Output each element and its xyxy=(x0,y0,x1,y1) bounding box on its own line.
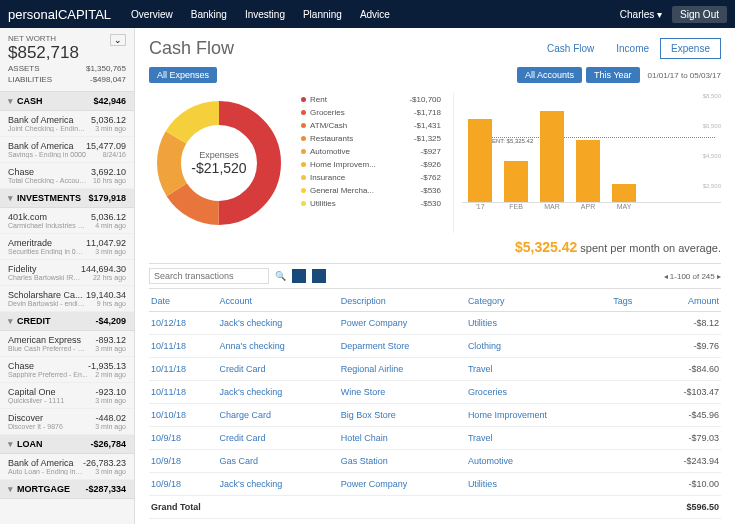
main-nav: Overview Banking Investing Planning Advi… xyxy=(131,9,390,20)
networth-amount: $852,718 xyxy=(8,43,126,63)
view-tabs: Cash Flow Income Expense xyxy=(536,38,721,59)
account-row[interactable]: ChaseTotal Checking - Account...3,692.10… xyxy=(0,163,134,189)
legend-item[interactable]: Rent-$10,700 xyxy=(301,93,441,106)
liabilities-label: LIABILITIES xyxy=(8,75,52,84)
section-credit[interactable]: ▾CREDIT-$4,209 xyxy=(0,312,134,331)
networth-label: NET WORTH xyxy=(8,34,126,43)
nav-investing[interactable]: Investing xyxy=(245,9,285,20)
section-mortgage[interactable]: ▾MORTGAGE-$287,334 xyxy=(0,480,134,499)
main-content: Cash Flow Cash Flow Income Expense All E… xyxy=(135,28,735,524)
table-row[interactable]: 10/9/18Jack's checkingPower CompanyUtili… xyxy=(149,473,721,496)
col-amount[interactable]: Amount xyxy=(652,291,721,312)
nav-advice[interactable]: Advice xyxy=(360,9,390,20)
section-loan[interactable]: ▾LOAN-$26,784 xyxy=(0,435,134,454)
legend-item[interactable]: Groceries-$1,718 xyxy=(301,106,441,119)
nav-banking[interactable]: Banking xyxy=(191,9,227,20)
total-row: Grand Total$596.50 xyxy=(149,496,721,519)
signout-button[interactable]: Sign Out xyxy=(672,6,727,23)
table-row[interactable]: 10/11/18Anna's checkingDeparment StoreCl… xyxy=(149,335,721,358)
this-year-button[interactable]: This Year xyxy=(586,67,640,83)
legend-item[interactable]: Home Improvem...-$926 xyxy=(301,158,441,171)
donut-amount: -$21,520 xyxy=(191,160,246,176)
transactions-table: Date Account Description Category Tags A… xyxy=(149,291,721,519)
account-row[interactable]: FidelityCharles Bartowski IRA - 12...144… xyxy=(0,260,134,286)
account-row[interactable]: American ExpressBlue Cash Preferred - En… xyxy=(0,331,134,357)
legend-item[interactable]: Insurance-$762 xyxy=(301,171,441,184)
search-icon[interactable]: 🔍 xyxy=(275,271,286,281)
donut-label: Expenses xyxy=(191,150,246,160)
pager: ◂ 1-100 of 245 ▸ xyxy=(664,272,721,281)
account-row[interactable]: Scholarshare Ca...Devin Bartowski - endi… xyxy=(0,286,134,312)
table-row[interactable]: 10/11/18Credit CardRegional AirlineTrave… xyxy=(149,358,721,381)
view-toggle-1[interactable] xyxy=(292,269,306,283)
legend-item[interactable]: ATM/Cash-$1,431 xyxy=(301,119,441,132)
assets-label: ASSETS xyxy=(8,64,40,73)
tab-cashflow[interactable]: Cash Flow xyxy=(536,38,605,59)
sidebar: ⌄ NET WORTH $852,718 ASSETS$1,350,765 LI… xyxy=(0,28,135,524)
legend-item[interactable]: Utilities-$530 xyxy=(301,197,441,210)
bar-chart: $8,500 $6,500 $4,500 $2,500 AVG SPENT: $… xyxy=(453,93,721,233)
account-row[interactable]: Capital OneQuicksilver - 1111-923.103 mi… xyxy=(0,383,134,409)
col-category[interactable]: Category xyxy=(466,291,611,312)
col-account[interactable]: Account xyxy=(217,291,338,312)
date-range-text: 01/01/17 to 05/03/17 xyxy=(648,71,721,80)
account-row[interactable]: Bank of AmericaAuto Loan - Ending in 123… xyxy=(0,454,134,480)
account-row[interactable]: Bank of AmericaJoint Checking - Ending i… xyxy=(0,111,134,137)
expand-icon[interactable]: ⌄ xyxy=(110,34,126,46)
table-row[interactable]: 10/9/18Credit CardHotel ChainTravel-$79.… xyxy=(149,427,721,450)
app-header: personalCAPITAL Overview Banking Investi… xyxy=(0,0,735,28)
donut-chart: Expenses -$21,520 xyxy=(149,93,289,233)
account-row[interactable]: ChaseSapphire Preferred - En...-1,935.13… xyxy=(0,357,134,383)
user-menu[interactable]: Charles ▾ xyxy=(620,9,662,20)
table-row[interactable]: 10/9/18Gas CardGas StationAutomotive-$24… xyxy=(149,450,721,473)
search-input[interactable] xyxy=(149,268,269,284)
bar[interactable] xyxy=(576,140,600,202)
all-expenses-button[interactable]: All Expenses xyxy=(149,67,217,83)
logo: personalCAPITAL xyxy=(8,7,111,22)
tab-income[interactable]: Income xyxy=(605,38,660,59)
bar[interactable] xyxy=(540,111,564,202)
section-investments[interactable]: ▾INVESTMENTS$179,918 xyxy=(0,189,134,208)
account-row[interactable]: 401k.comCarmichael Industries Reti...5,0… xyxy=(0,208,134,234)
legend: Rent-$10,700Groceries-$1,718ATM/Cash-$1,… xyxy=(301,93,441,233)
table-row[interactable]: 10/10/18Charge CardBig Box StoreHome Imp… xyxy=(149,404,721,427)
col-date[interactable]: Date xyxy=(149,291,217,312)
liabilities-amount: -$498,047 xyxy=(90,75,126,84)
bar[interactable] xyxy=(504,161,528,202)
col-tags[interactable]: Tags xyxy=(611,291,651,312)
tab-expense[interactable]: Expense xyxy=(660,38,721,59)
table-row[interactable]: 10/12/18Jack's checkingPower CompanyUtil… xyxy=(149,312,721,335)
account-row[interactable]: Bank of AmericaSavings - Ending in 00001… xyxy=(0,137,134,163)
table-row[interactable]: 10/11/18Jack's checkingWine StoreGroceri… xyxy=(149,381,721,404)
page-title: Cash Flow xyxy=(149,38,234,59)
legend-item[interactable]: General Mercha...-$536 xyxy=(301,184,441,197)
nav-planning[interactable]: Planning xyxy=(303,9,342,20)
networth-panel: ⌄ NET WORTH $852,718 ASSETS$1,350,765 LI… xyxy=(0,28,134,92)
summary-text: $5,325.42 spent per month on average. xyxy=(149,239,721,255)
nav-overview[interactable]: Overview xyxy=(131,9,173,20)
all-accounts-button[interactable]: All Accounts xyxy=(517,67,582,83)
legend-item[interactable]: Restaurants-$1,325 xyxy=(301,132,441,145)
view-toggle-2[interactable] xyxy=(312,269,326,283)
account-row[interactable]: AmeritradeSecurities Ending in 000011,04… xyxy=(0,234,134,260)
bar[interactable] xyxy=(612,184,636,202)
section-cash[interactable]: ▾CASH$42,946 xyxy=(0,92,134,111)
bar[interactable] xyxy=(468,119,492,202)
col-description[interactable]: Description xyxy=(339,291,466,312)
legend-item[interactable]: Automotive-$927 xyxy=(301,145,441,158)
assets-amount: $1,350,765 xyxy=(86,64,126,73)
account-row[interactable]: DiscoverDiscover It - 9876-448.023 min a… xyxy=(0,409,134,435)
